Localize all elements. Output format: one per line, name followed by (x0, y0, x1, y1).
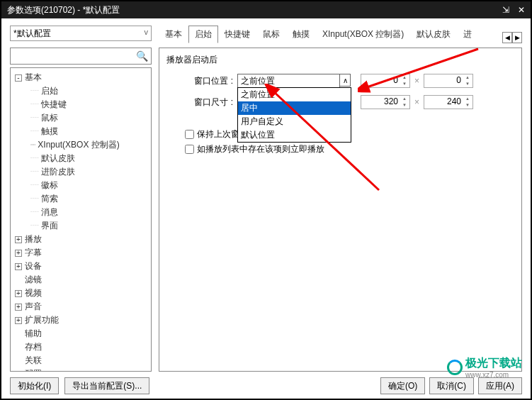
group-title: 播放器启动后 (166, 54, 514, 66)
settings-panel: 播放器启动后 窗口位置 : 之前位置 ∧ 之前位置 居中 用户自定义 默认位置 … (159, 48, 522, 372)
spin-down-icon[interactable]: ▼ (463, 81, 472, 87)
tree-item-logo[interactable]: 徽标 (28, 179, 149, 192)
watermark-url: www.xz7.com (465, 371, 522, 379)
checkbox-input[interactable] (185, 130, 194, 139)
watermark-icon (447, 360, 463, 375)
pos-x-input[interactable]: 0▲▼ (361, 74, 410, 88)
tab-scroll-right[interactable]: ▶ (512, 32, 522, 43)
ok-button[interactable]: 确定(O) (380, 377, 425, 394)
tab-hotkey[interactable]: 快捷键 (218, 26, 256, 43)
window-size-label: 窗口尺寸 : (166, 96, 237, 109)
times-icon: × (414, 97, 419, 107)
times-icon: × (414, 76, 419, 86)
tab-basic[interactable]: 基本 (159, 26, 188, 43)
dropdown-opt-prev[interactable]: 之前位置 (238, 88, 351, 101)
spin-up-icon[interactable]: ▲ (463, 74, 472, 81)
spin-up-icon[interactable]: ▲ (400, 74, 409, 81)
tree-audio[interactable]: +声音 (12, 300, 149, 313)
spin-down-icon[interactable]: ▼ (463, 102, 472, 109)
window-pos-dropdown-list: 之前位置 居中 用户自定义 默认位置 (237, 87, 351, 143)
tab-more[interactable]: 进 (457, 26, 478, 43)
dropdown-opt-center[interactable]: 居中 (238, 101, 351, 115)
tree-root-basic[interactable]: -基本 (12, 71, 149, 84)
tab-startup[interactable]: 启始 (188, 26, 218, 43)
window-pos-dropdown[interactable]: 之前位置 (237, 74, 340, 88)
tree-assist[interactable]: +辅助 (12, 327, 149, 340)
tab-skin[interactable]: 默认皮肤 (410, 26, 457, 43)
tree-archive[interactable]: +存档 (12, 340, 149, 354)
spin-down-icon[interactable]: ▼ (400, 81, 409, 87)
play-immediately-checkbox[interactable]: 如播放列表中存在该项则立即播放 (166, 143, 514, 155)
tree-item-xinput[interactable]: XInput(XBOX 控制器) (28, 138, 149, 152)
tree-filter[interactable]: +滤镜 (12, 273, 149, 287)
search-icon[interactable]: 🔍 (136, 50, 148, 62)
tab-bar: 基本 启始 快捷键 鼠标 触摸 XInput(XBOX 控制器) 默认皮肤 进 … (159, 26, 522, 43)
titlebar: 参数选项(210702) - *默认配置 ⇲ ✕ (1, 1, 531, 18)
spin-up-icon[interactable]: ▲ (400, 96, 409, 102)
tree-item-mouse[interactable]: 鼠标 (28, 111, 149, 125)
close-icon[interactable]: ✕ (518, 5, 525, 15)
pos-y-input[interactable]: 0▲▼ (424, 74, 473, 88)
export-button[interactable]: 导出当前配置(S)... (64, 377, 149, 394)
window-pos-label: 窗口位置 : (166, 75, 237, 87)
tree-item-skin[interactable]: 默认皮肤 (28, 152, 149, 165)
tree-item-search[interactable]: 简索 (28, 192, 149, 206)
config-select[interactable]: *默认配置 (10, 26, 152, 41)
tree-item-interface[interactable]: 界面 (28, 219, 149, 233)
apply-button[interactable]: 应用(A) (478, 377, 522, 394)
tab-mouse[interactable]: 鼠标 (256, 26, 286, 43)
config-select-value: *默认配置 (13, 28, 51, 38)
watermark-text: 极光下载站 (465, 356, 522, 371)
tree-video[interactable]: +视频 (12, 287, 149, 300)
tree-item-advskin[interactable]: 进阶皮肤 (28, 165, 149, 179)
tab-scroll-left[interactable]: ◀ (502, 32, 512, 43)
tree-device[interactable]: +设备 (12, 260, 149, 273)
tree-item-message[interactable]: 消息 (28, 206, 149, 219)
tree-item-touch[interactable]: 触摸 (28, 125, 149, 138)
tree-subtitle[interactable]: +字幕 (12, 246, 149, 260)
category-tree[interactable]: -基本 启始 快捷键 鼠标 触摸 XInput(XBOX 控制器) 默认皮肤 进… (10, 67, 152, 372)
watermark: 极光下载站 www.xz7.com (447, 356, 522, 379)
dropdown-opt-default[interactable]: 默认位置 (238, 128, 351, 142)
cancel-button[interactable]: 取消(C) (429, 377, 474, 394)
tree-item-startup[interactable]: 启始 (28, 84, 149, 98)
window-title: 参数选项(210702) - *默认配置 (7, 4, 120, 16)
init-button[interactable]: 初始化(I) (10, 377, 59, 394)
tree-extension[interactable]: +扩展功能 (12, 313, 149, 327)
tab-touch[interactable]: 触摸 (286, 26, 316, 43)
tree-item-hotkey[interactable]: 快捷键 (28, 98, 149, 111)
dropdown-opt-custom[interactable]: 用户自定义 (238, 115, 351, 128)
tree-assoc[interactable]: +关联 (12, 354, 149, 367)
spin-up-icon[interactable]: ▲ (463, 96, 472, 102)
checkbox-label: 如播放列表中存在该项则立即播放 (197, 143, 324, 155)
window-pos-dropdown-arrow[interactable]: ∧ (339, 74, 351, 87)
search-input[interactable] (13, 51, 136, 61)
search-box[interactable]: 🔍 (10, 48, 152, 65)
checkbox-input[interactable] (185, 145, 194, 154)
spin-down-icon[interactable]: ▼ (400, 102, 409, 109)
tab-xinput[interactable]: XInput(XBOX 控制器) (316, 26, 410, 43)
tree-playback[interactable]: +播放 (12, 233, 149, 246)
pin-icon[interactable]: ⇲ (502, 5, 509, 15)
size-w-input[interactable]: 320▲▼ (361, 95, 410, 109)
size-h-input[interactable]: 240▲▼ (424, 95, 473, 109)
